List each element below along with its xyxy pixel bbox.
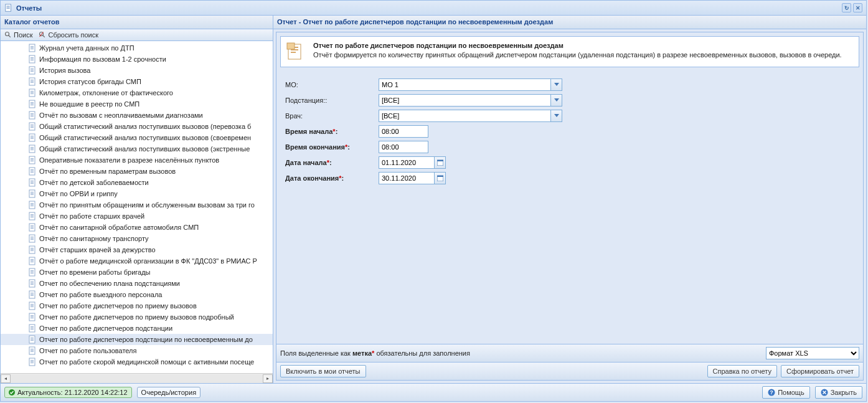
tree-item[interactable]: Отчёт по работе старших врачей <box>1 211 273 222</box>
queue-history-button[interactable]: Очередь/история <box>137 387 201 398</box>
tree-item[interactable]: Отчёт по детской заболеваемости <box>1 177 273 188</box>
help-button[interactable]: ? Помощь <box>762 386 810 399</box>
document-icon <box>28 66 37 75</box>
tree-item[interactable]: Отчёт старших врачей за дежурство <box>1 244 273 255</box>
tree-item[interactable]: Журнал учета данных по ДТП <box>1 42 273 54</box>
tree-item[interactable]: Не вошедшие в реестр по СМП <box>1 98 273 110</box>
svg-rect-76 <box>31 228 34 229</box>
tree-item-label: Отчет по работе скорой медицинской помощ… <box>39 358 254 366</box>
start-date-input[interactable] <box>379 156 435 169</box>
tree-item[interactable]: Отчет по работе диспетчеров по приему вы… <box>1 300 273 311</box>
doctor-select[interactable] <box>379 110 551 122</box>
substation-select[interactable] <box>379 94 551 107</box>
tree-item-label: Отчет по работе выездного персонала <box>39 291 162 298</box>
scroll-track[interactable] <box>11 374 263 383</box>
svg-rect-39 <box>31 126 34 126</box>
svg-rect-106 <box>31 315 34 316</box>
svg-rect-36 <box>31 116 34 116</box>
horizontal-scrollbar[interactable]: ◂ ▸ <box>1 373 273 383</box>
tree-item[interactable]: Отчёт по санитарному транспорту <box>1 233 273 244</box>
close-button[interactable]: Закрыть <box>815 386 862 399</box>
tree-item[interactable]: Отчет по работе скорой медицинской помощ… <box>1 356 273 367</box>
substation-select-trigger[interactable] <box>551 94 562 107</box>
tree-item-label: Общий статистический анализ поступивших … <box>39 123 251 130</box>
tree-item[interactable]: Отчёт по вызовам с неоплачиваемыми диагн… <box>1 110 273 121</box>
tree-item[interactable]: Общий статистический анализ поступивших … <box>1 143 273 154</box>
report-icon <box>4 4 13 12</box>
mo-select-trigger[interactable] <box>551 78 562 91</box>
svg-rect-124 <box>31 363 34 363</box>
svg-rect-119 <box>31 350 34 351</box>
tree-item[interactable]: История вызова <box>1 65 273 76</box>
svg-rect-95 <box>31 283 34 283</box>
tree-item[interactable]: Отчет по работе диспетчеров по приему вы… <box>1 311 273 323</box>
catalog-header: Каталог отчетов <box>1 16 273 29</box>
tree-item[interactable]: Отчет по обеспечению плана подстанциями <box>1 278 273 289</box>
tree-item-label: Журнал учета данных по ДТП <box>39 44 134 52</box>
include-in-my-reports-button[interactable]: Включить в мои отчеты <box>280 365 366 377</box>
svg-rect-100 <box>31 295 34 296</box>
tree-item-label: Общий статистический анализ поступивших … <box>39 145 250 153</box>
tree-item[interactable]: Информация по вызовам 1-2 срочности <box>1 54 273 65</box>
svg-rect-46 <box>31 147 34 148</box>
format-select[interactable]: Формат XLS <box>766 347 859 359</box>
document-icon <box>28 77 37 86</box>
report-help-button[interactable]: Справка по отчету <box>707 365 777 377</box>
tree-item[interactable]: История статусов бригады СМП <box>1 76 273 87</box>
svg-rect-28 <box>31 93 34 94</box>
tree-item[interactable]: Отчет по работе диспетчеров подстанции <box>1 323 273 334</box>
tree-item-label: Отчёт старших врачей за дежурство <box>39 246 156 254</box>
scroll-left-button[interactable]: ◂ <box>1 374 11 383</box>
document-icon <box>286 42 306 62</box>
svg-rect-78 <box>31 237 34 237</box>
tree-item[interactable]: Отчёт по ОРВИ и гриппу <box>1 188 273 199</box>
svg-rect-70 <box>31 214 34 215</box>
document-icon <box>28 245 37 254</box>
tree-item-label: Отчёт по работе старших врачей <box>39 212 144 220</box>
document-icon <box>28 55 37 64</box>
svg-rect-55 <box>31 171 34 171</box>
report-tree[interactable]: Журнал учета данных по ДТПИнформация по … <box>1 41 273 373</box>
doctor-select-trigger[interactable] <box>551 110 562 122</box>
scroll-right-button[interactable]: ▸ <box>263 374 273 383</box>
actuality-status[interactable]: Актуальность: 21.12.2020 14:22:12 <box>4 387 132 398</box>
start-time-input[interactable] <box>379 125 428 138</box>
end-date-calendar-button[interactable] <box>435 172 446 184</box>
svg-rect-90 <box>31 270 34 271</box>
svg-rect-24 <box>31 82 34 83</box>
svg-rect-44 <box>31 138 34 139</box>
tree-item[interactable]: Оперативные показатели в разрезе населён… <box>1 154 273 166</box>
start-time-label: Время начала*: <box>285 128 379 135</box>
tree-item[interactable]: Отчет по работе диспетчеров подстанции п… <box>1 334 273 345</box>
reset-search-button[interactable]: Сбросить поиск <box>39 31 98 39</box>
svg-rect-71 <box>31 216 34 216</box>
svg-rect-16 <box>31 60 34 60</box>
svg-rect-88 <box>31 262 34 262</box>
tree-item[interactable]: Отчёт по принятым обращениям и обслуженн… <box>1 199 273 211</box>
tree-item[interactable]: Общий статистический анализ поступивших … <box>1 132 273 143</box>
document-icon <box>28 279 37 288</box>
svg-rect-23 <box>31 81 34 82</box>
close-window-button[interactable]: ✕ <box>853 3 862 12</box>
refresh-button[interactable]: ↻ <box>842 3 851 12</box>
svg-rect-54 <box>31 169 34 170</box>
tree-item[interactable]: Отчёт о работе медицинской организации в… <box>1 255 273 267</box>
tree-item[interactable]: Отчёт по временным параметрам вызовов <box>1 166 273 177</box>
tree-item[interactable]: Километраж, отклонение от фактического <box>1 87 273 98</box>
document-icon <box>28 324 37 333</box>
document-icon <box>28 358 37 366</box>
end-time-input[interactable] <box>379 141 428 153</box>
tree-item[interactable]: Отчёт по санитарной обработке автомобиля… <box>1 222 273 233</box>
document-icon <box>28 268 37 277</box>
document-icon <box>28 156 37 164</box>
report-info-title: Отчет по работе диспетчеров подстанции п… <box>313 42 842 49</box>
start-date-calendar-button[interactable] <box>435 156 446 169</box>
search-button[interactable]: Поиск <box>4 31 32 39</box>
tree-item[interactable]: Отчет по времени работы бригады <box>1 267 273 278</box>
tree-item[interactable]: Общий статистический анализ поступивших … <box>1 121 273 132</box>
tree-item[interactable]: Отчет по работе пользователя <box>1 345 273 356</box>
end-date-input[interactable] <box>379 172 435 184</box>
mo-select[interactable] <box>379 78 551 91</box>
tree-item[interactable]: Отчет по работе выездного персонала <box>1 289 273 300</box>
generate-report-button[interactable]: Сформировать отчет <box>781 365 859 377</box>
